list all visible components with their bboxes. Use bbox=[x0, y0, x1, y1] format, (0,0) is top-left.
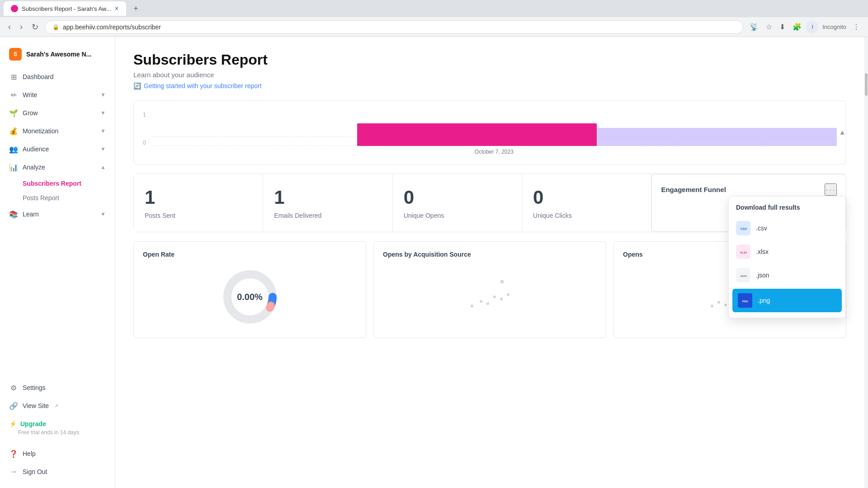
sidebar-item-label: Sign Out bbox=[23, 468, 47, 475]
svg-point-19 bbox=[717, 301, 720, 304]
more-options-button[interactable]: ··· bbox=[825, 183, 837, 196]
scatter-svg: ⚙ bbox=[463, 270, 517, 315]
stat-label: Posts Sent bbox=[145, 212, 252, 219]
sidebar-item-monetization[interactable]: 💰 Monetization ▼ bbox=[0, 122, 115, 140]
browser-actions: 📡 ☆ ⬇ 🧩 I Incognito ⋮ bbox=[747, 21, 863, 33]
stat-label: Unique Clicks bbox=[533, 212, 640, 219]
stats-row: 1 Posts Sent 1 Emails Delivered 0 Unique… bbox=[133, 174, 846, 232]
bookmark-icon[interactable]: ☆ bbox=[763, 21, 775, 33]
external-link-icon: 🔗 bbox=[9, 401, 18, 410]
png-file-icon: PNG bbox=[738, 293, 752, 308]
svg-point-20 bbox=[724, 304, 727, 306]
brand-name: Sarah's Awesome N... bbox=[26, 51, 91, 58]
sidebar-item-learn[interactable]: 📚 Learn ▼ bbox=[0, 205, 115, 223]
sidebar-item-help[interactable]: ❓ Help bbox=[0, 445, 115, 463]
csv-file-icon: CSV bbox=[736, 221, 750, 235]
sidebar-item-analyze[interactable]: 📊 Analyze ▲ bbox=[0, 158, 115, 176]
brand-avatar: S bbox=[9, 48, 22, 61]
acquisition-title: Opens by Acquisition Source bbox=[383, 251, 597, 258]
download-icon[interactable]: ⬇ bbox=[777, 21, 788, 33]
chart-scroll-up[interactable]: ▲ bbox=[839, 128, 846, 136]
sidebar-item-label: Grow bbox=[23, 109, 38, 117]
download-title: Download full results bbox=[729, 200, 845, 216]
sidebar-item-label: View Site bbox=[23, 402, 49, 409]
sidebar-item-label: Analyze bbox=[23, 164, 45, 171]
stat-posts-sent: 1 Posts Sent bbox=[134, 174, 263, 232]
getting-started-link[interactable]: 🔄 Getting started with your subscriber r… bbox=[133, 82, 846, 89]
refresh-button[interactable]: ↻ bbox=[29, 20, 41, 34]
xlsx-label: .xlsx bbox=[756, 248, 769, 255]
stat-unique-clicks: 0 Unique Clicks bbox=[522, 174, 651, 232]
cast-icon[interactable]: 📡 bbox=[747, 21, 761, 33]
svg-point-14 bbox=[493, 296, 496, 298]
download-json-option[interactable]: JSON .json bbox=[729, 263, 845, 287]
upgrade-label: Upgrade bbox=[20, 420, 46, 427]
download-csv-option[interactable]: CSV .csv bbox=[729, 216, 845, 240]
browser-toolbar: ‹ › ↻ 🔒 app.beehiiv.com/reports/subscrib… bbox=[0, 17, 868, 37]
sidebar-item-sign-out[interactable]: → Sign Out bbox=[0, 463, 115, 481]
stat-value: 0 bbox=[533, 187, 640, 208]
main-scrollbar[interactable] bbox=[864, 37, 868, 488]
acquisition-chart: Opens by Acquisition Source ⚙ bbox=[373, 241, 606, 338]
sidebar-item-subscribers-report[interactable]: Subscribers Report bbox=[23, 176, 115, 191]
engagement-funnel-card: Engagement Funnel ··· Download full resu… bbox=[651, 174, 846, 232]
page-title: Subscribers Report bbox=[133, 52, 846, 68]
open-rate-chart: Open Rate 0.00% bbox=[133, 241, 366, 338]
tab-favicon bbox=[11, 5, 18, 12]
open-rate-value: 0.00% bbox=[237, 292, 263, 302]
download-png-option[interactable]: PNG .png bbox=[732, 289, 842, 312]
back-button[interactable]: ‹ bbox=[5, 20, 14, 33]
upgrade-button[interactable]: ⚡ Upgrade bbox=[9, 420, 46, 427]
sidebar-item-dashboard[interactable]: ⊞ Dashboard bbox=[0, 68, 115, 86]
acquisition-chart-area: ⚙ bbox=[383, 265, 597, 319]
stat-unique-opens: 0 Unique Opens bbox=[393, 174, 522, 232]
new-tab-button[interactable]: + bbox=[130, 2, 142, 15]
xlsx-file-icon: XLSX bbox=[736, 244, 750, 259]
donut-chart: 0.00% bbox=[143, 265, 357, 328]
sidebar: S Sarah's Awesome N... ⊞ Dashboard ✏ Wri… bbox=[0, 37, 115, 488]
upgrade-icon: ⚡ bbox=[9, 420, 17, 427]
write-icon: ✏ bbox=[9, 90, 18, 99]
sidebar-item-grow[interactable]: 🌱 Grow ▼ bbox=[0, 104, 115, 122]
page-subtitle: Learn about your audience bbox=[133, 71, 846, 79]
chevron-down-icon: ▼ bbox=[100, 211, 106, 217]
sidebar-item-posts-report[interactable]: Posts Report bbox=[23, 191, 115, 205]
json-label: .json bbox=[756, 272, 769, 279]
engagement-header: Engagement Funnel ··· bbox=[661, 183, 837, 196]
lock-icon: 🔒 bbox=[52, 24, 59, 30]
chevron-down-icon: ▼ bbox=[100, 128, 106, 134]
svg-point-16 bbox=[507, 293, 509, 296]
sidebar-item-settings[interactable]: ⚙ Settings bbox=[0, 379, 115, 397]
sidebar-item-view-site[interactable]: 🔗 View Site ↗ bbox=[0, 397, 115, 415]
chevron-down-icon: ▼ bbox=[100, 110, 106, 116]
sidebar-item-audience[interactable]: 👥 Audience ▼ bbox=[0, 140, 115, 158]
tab-close-button[interactable]: ✕ bbox=[114, 5, 119, 12]
upgrade-section: ⚡ Upgrade Free trial ends in 14 days. bbox=[0, 415, 115, 445]
extensions-icon[interactable]: 🧩 bbox=[790, 21, 804, 33]
chevron-down-icon: ▼ bbox=[100, 146, 106, 152]
browser-tab[interactable]: Subscribers Report - Sarah's Aw... ✕ bbox=[4, 1, 126, 16]
stat-label: Unique Opens bbox=[404, 212, 511, 219]
sidebar-item-write[interactable]: ✏ Write ▼ bbox=[0, 86, 115, 104]
learn-icon: 📚 bbox=[9, 210, 18, 219]
grow-icon: 🌱 bbox=[9, 108, 18, 117]
svg-text:⚙: ⚙ bbox=[500, 279, 504, 284]
menu-icon[interactable]: ⋮ bbox=[850, 21, 863, 33]
profile-icon[interactable]: I bbox=[806, 21, 819, 33]
download-xlsx-option[interactable]: XLSX .xlsx bbox=[729, 240, 845, 263]
svg-text:CSV: CSV bbox=[741, 227, 747, 230]
brand-area: S Sarah's Awesome N... bbox=[0, 44, 115, 68]
refresh-link-icon: 🔄 bbox=[133, 82, 141, 89]
address-bar[interactable]: 🔒 app.beehiiv.com/reports/subscriber bbox=[45, 20, 743, 34]
svg-point-13 bbox=[486, 302, 489, 305]
help-icon: ❓ bbox=[9, 449, 18, 458]
chart-date-label: October 7, 2023 bbox=[151, 149, 837, 155]
chevron-up-icon: ▲ bbox=[100, 164, 106, 170]
bar-lavender bbox=[597, 128, 837, 146]
audience-icon: 👥 bbox=[9, 145, 18, 154]
chart-y-label-1: 1 bbox=[143, 112, 146, 118]
forward-button[interactable]: › bbox=[17, 20, 25, 33]
svg-text:XLSX: XLSX bbox=[740, 251, 747, 254]
sidebar-item-label: Learn bbox=[23, 211, 39, 218]
tab-title: Subscribers Report - Sarah's Aw... bbox=[22, 5, 111, 12]
